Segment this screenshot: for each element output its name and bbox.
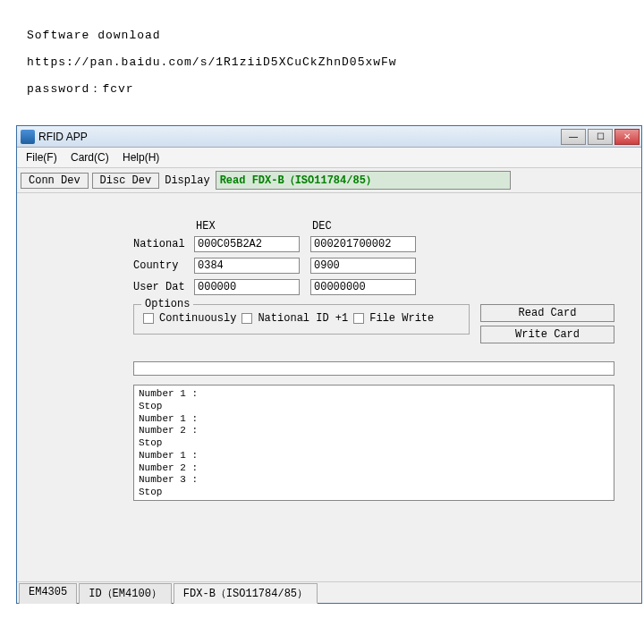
national-dec-input[interactable]: [310, 236, 416, 252]
log-output[interactable]: Number 1 : Stop Number 1 : Number 2 : St…: [133, 385, 614, 501]
national-label: National: [133, 238, 194, 250]
menu-card[interactable]: Card(C): [65, 149, 114, 165]
toolbar: Conn Dev Disc Dev Display Read FDX-B（ISO…: [17, 168, 641, 193]
download-password: password：fcvr: [27, 76, 617, 103]
read-card-button[interactable]: Read Card: [480, 304, 614, 322]
continuously-label: Continuously: [159, 312, 236, 325]
menu-help[interactable]: Help(H): [117, 149, 165, 165]
options-group: Options Continuously National ID +1 File…: [133, 304, 470, 335]
tab-em4305[interactable]: EM4305: [19, 583, 77, 604]
menu-file[interactable]: File(F): [21, 149, 63, 165]
dec-header: DEC: [312, 220, 428, 233]
window-title: RFID APP: [38, 131, 88, 143]
disc-dev-button[interactable]: Disc Dev: [92, 173, 160, 189]
hex-header: HEX: [196, 220, 312, 233]
menubar: File(F) Card(C) Help(H): [17, 148, 641, 168]
display-label: Display: [163, 174, 211, 187]
write-card-button[interactable]: Write Card: [480, 326, 614, 343]
file-write-checkbox[interactable]: [353, 313, 364, 324]
country-hex-input[interactable]: [194, 258, 300, 274]
userdat-dec-input[interactable]: [310, 279, 416, 295]
file-write-label: File Write: [369, 312, 434, 325]
tab-id-em4100[interactable]: ID（EM4100）: [79, 583, 172, 604]
tab-fdxb[interactable]: FDX-B（ISO11784/85）: [174, 583, 318, 604]
options-legend: Options: [141, 298, 193, 310]
userdat-label: User Dat: [133, 281, 194, 293]
download-url: https://pan.baidu.com/s/1R1ziiD5XCuCkZhn…: [27, 49, 617, 76]
minimize-button[interactable]: —: [561, 129, 586, 145]
titlebar: RFID APP — ☐ ✕: [17, 126, 641, 148]
display-field: Read FDX-B（ISO11784/85）: [216, 171, 511, 190]
conn-dev-button[interactable]: Conn Dev: [21, 173, 89, 189]
close-button[interactable]: ✕: [614, 129, 640, 145]
download-label: Software download: [27, 22, 617, 49]
userdat-hex-input[interactable]: [194, 279, 300, 295]
app-window: RFID APP — ☐ ✕ File(F) Card(C) Help(H) C…: [16, 125, 642, 604]
tab-bar: EM4305 ID（EM4100） FDX-B（ISO11784/85）: [17, 581, 641, 603]
app-icon: [21, 130, 35, 144]
country-label: Country: [133, 259, 194, 272]
progress-bar: [133, 361, 614, 376]
country-dec-input[interactable]: [310, 258, 416, 274]
continuously-checkbox[interactable]: [143, 313, 154, 324]
national-id-plus1-label: National ID +1: [258, 312, 348, 325]
national-hex-input[interactable]: [194, 236, 300, 252]
maximize-button[interactable]: ☐: [588, 129, 613, 145]
national-id-plus1-checkbox[interactable]: [242, 313, 252, 324]
